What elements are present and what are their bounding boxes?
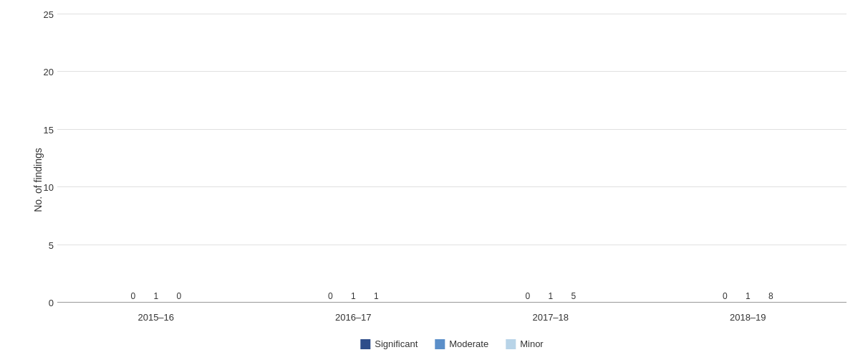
bar-value-3-0: 0 bbox=[723, 291, 728, 301]
x-label-3: 2018–19 bbox=[730, 312, 766, 323]
y-tick-label-20: 20 bbox=[32, 67, 54, 77]
x-label-0: 2015–16 bbox=[138, 312, 174, 323]
bar-wrapper-2-0: 0 bbox=[517, 291, 539, 303]
bar-value-1-2: 1 bbox=[374, 291, 379, 301]
bar-group-inner-2: 015 bbox=[517, 291, 584, 303]
bar-group-inner-1: 011 bbox=[319, 291, 387, 303]
y-tick-label-0: 0 bbox=[32, 298, 54, 308]
legend-item-1: Moderate bbox=[435, 338, 488, 349]
y-axis-label: No. of findings bbox=[32, 148, 44, 212]
legend-swatch-2 bbox=[506, 339, 516, 349]
bar-value-1-0: 0 bbox=[328, 291, 333, 301]
bar-wrapper-1-1: 1 bbox=[342, 291, 364, 303]
y-tick-label-10: 10 bbox=[32, 182, 54, 193]
x-label-2: 2017–18 bbox=[532, 312, 569, 323]
y-tick-label-25: 25 bbox=[32, 9, 54, 20]
bar-group-1: 011 bbox=[319, 291, 387, 303]
legend-label-0: Significant bbox=[375, 338, 418, 349]
y-tick-label-15: 15 bbox=[32, 124, 54, 135]
bar-wrapper-1-2: 1 bbox=[365, 291, 387, 303]
bar-group-2: 015 bbox=[517, 291, 584, 303]
legend-swatch-1 bbox=[435, 339, 445, 349]
bar-value-0-1: 1 bbox=[153, 291, 158, 301]
chart-area: 0510152025 010011015018 2015–162016–1720… bbox=[57, 14, 847, 303]
bar-wrapper-2-2: 5 bbox=[563, 291, 584, 303]
bar-wrapper-0-2: 0 bbox=[168, 291, 190, 303]
bar-value-0-0: 0 bbox=[130, 291, 135, 301]
bar-wrapper-3-0: 0 bbox=[714, 291, 736, 303]
x-labels: 2015–162016–172017–182018–19 bbox=[57, 312, 847, 323]
legend-label-2: Minor bbox=[520, 338, 544, 349]
bar-wrapper-0-1: 1 bbox=[145, 291, 167, 303]
legend-swatch-0 bbox=[360, 339, 370, 349]
x-label-1: 2016–17 bbox=[335, 312, 372, 323]
bar-group-inner-3: 018 bbox=[714, 291, 781, 303]
bar-value-2-2: 5 bbox=[571, 291, 576, 301]
bar-value-2-1: 1 bbox=[548, 291, 553, 301]
bar-wrapper-3-2: 8 bbox=[760, 291, 781, 303]
bars-area: 010011015018 bbox=[57, 14, 847, 303]
bar-value-0-2: 0 bbox=[176, 291, 181, 301]
bar-group-inner-0: 010 bbox=[122, 291, 190, 303]
legend-label-1: Moderate bbox=[449, 338, 488, 349]
bar-wrapper-1-0: 0 bbox=[319, 291, 341, 303]
y-tick-label-5: 5 bbox=[32, 240, 54, 250]
bar-value-3-1: 1 bbox=[746, 291, 751, 301]
legend-item-2: Minor bbox=[506, 338, 544, 349]
legend-item-0: Significant bbox=[360, 338, 418, 349]
bar-wrapper-0-0: 0 bbox=[122, 291, 144, 303]
bar-group-0: 010 bbox=[122, 291, 190, 303]
bar-group-3: 018 bbox=[714, 291, 781, 303]
chart-container: No. of findings 0510152025 010011015018 … bbox=[0, 0, 868, 360]
bar-wrapper-2-1: 1 bbox=[540, 291, 561, 303]
bar-value-1-1: 1 bbox=[351, 291, 356, 301]
bar-wrapper-3-1: 1 bbox=[737, 291, 758, 303]
bar-value-2-0: 0 bbox=[525, 291, 530, 301]
bar-value-3-2: 8 bbox=[768, 291, 773, 301]
legend: SignificantModerateMinor bbox=[360, 338, 543, 349]
